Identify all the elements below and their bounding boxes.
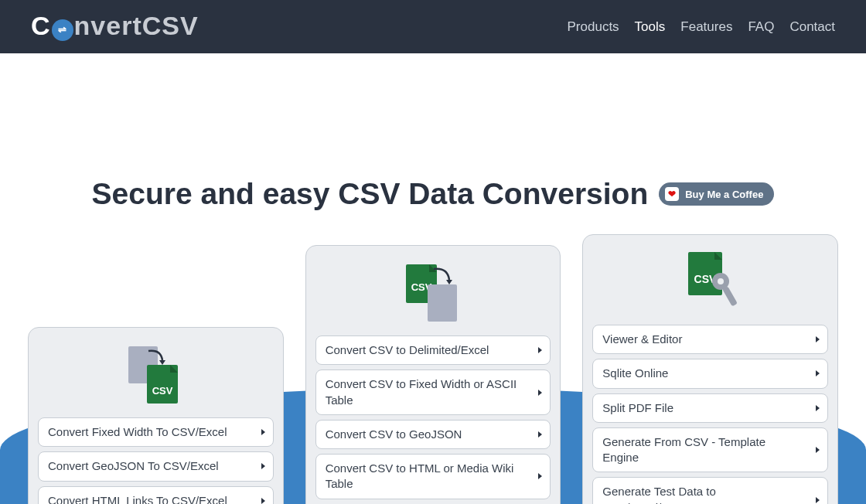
logo-swap-icon: ⇌	[52, 19, 73, 41]
svg-marker-9	[446, 280, 452, 284]
heart-icon: ❤	[665, 187, 679, 201]
list-item[interactable]: Viewer & Editor	[592, 325, 828, 354]
nav-faq[interactable]: FAQ	[748, 19, 774, 35]
top-nav: Products Tools Features FAQ Contact	[568, 19, 835, 35]
list-item[interactable]: Convert GeoJSON To CSV/Excel	[38, 451, 274, 481]
svg-rect-8	[428, 284, 457, 322]
list-item[interactable]: Convert CSV to Fixed Width or ASCII Tabl…	[315, 369, 551, 415]
from-csv-icon: CSV	[315, 258, 551, 328]
chevron-right-icon	[816, 447, 820, 453]
logo-text: nvertCSV	[74, 11, 199, 41]
nav-tools[interactable]: Tools	[635, 19, 666, 35]
list-item[interactable]: Convert CSV to Delimited/Excel	[315, 335, 551, 365]
nav-features[interactable]: Features	[680, 19, 732, 35]
chevron-right-icon	[816, 336, 820, 342]
donate-label: Buy Me a Coffee	[685, 189, 763, 200]
tool-list: Convert CSV to Delimited/Excel Convert C…	[315, 335, 551, 504]
to-csv-icon: CSV	[38, 340, 274, 410]
list-item[interactable]: Generate From CSV - Template Engine	[592, 427, 828, 473]
page-title: Secure and easy CSV Data Conversion	[92, 177, 649, 211]
list-item[interactable]: Generate Test Data to CSV/Excel/JSON	[592, 477, 828, 504]
buy-me-a-coffee-button[interactable]: ❤ Buy Me a Coffee	[659, 182, 774, 206]
header: C ⇌ nvertCSV Products Tools Features FAQ…	[0, 0, 866, 53]
svg-point-14	[718, 278, 724, 284]
list-item[interactable]: Split PDF File	[592, 393, 828, 423]
chevron-right-icon	[261, 498, 265, 504]
hero: Secure and easy CSV Data Conversion ❤ Bu…	[0, 53, 866, 234]
chevron-right-icon	[261, 463, 265, 469]
list-item[interactable]: Convert Fixed Width To CSV/Excel	[38, 417, 274, 447]
logo[interactable]: C ⇌ nvertCSV	[31, 11, 199, 43]
chevron-right-icon	[538, 473, 542, 479]
tool-list: Viewer & Editor Sqlite Online Split PDF …	[592, 325, 828, 504]
chevron-right-icon	[538, 390, 542, 396]
svg-rect-15	[722, 286, 738, 307]
chevron-right-icon	[538, 431, 542, 438]
nav-contact[interactable]: Contact	[789, 19, 835, 35]
list-item[interactable]: Convert HTML Links To CSV/Excel	[38, 486, 274, 505]
logo-c: C	[31, 11, 51, 41]
svg-text:CSV: CSV	[152, 385, 173, 397]
list-item[interactable]: Sqlite Online	[592, 359, 828, 388]
chevron-right-icon	[816, 497, 820, 503]
csv-tools-icon: CSV	[592, 247, 828, 317]
chevron-right-icon	[816, 370, 820, 376]
chevron-right-icon	[816, 405, 820, 411]
card-to-csv: CSV Convert Fixed Width To CSV/Excel Con…	[28, 327, 284, 504]
tool-list: Convert Fixed Width To CSV/Excel Convert…	[38, 417, 274, 504]
list-item[interactable]: Convert CSV to HTML or Media Wiki Table	[315, 454, 551, 499]
chevron-right-icon	[538, 347, 542, 353]
svg-marker-4	[159, 360, 165, 365]
card-csv-tools: CSV Viewer & Editor Sqlite Online Split …	[582, 234, 838, 504]
chevron-right-icon	[261, 429, 265, 435]
nav-products[interactable]: Products	[568, 19, 619, 35]
cards-row: CSV Convert Fixed Width To CSV/Excel Con…	[0, 234, 866, 504]
card-from-csv: CSV Convert CSV to Delimited/Excel Conve…	[305, 245, 561, 504]
list-item[interactable]: Convert CSV to GeoJSON	[315, 420, 551, 449]
